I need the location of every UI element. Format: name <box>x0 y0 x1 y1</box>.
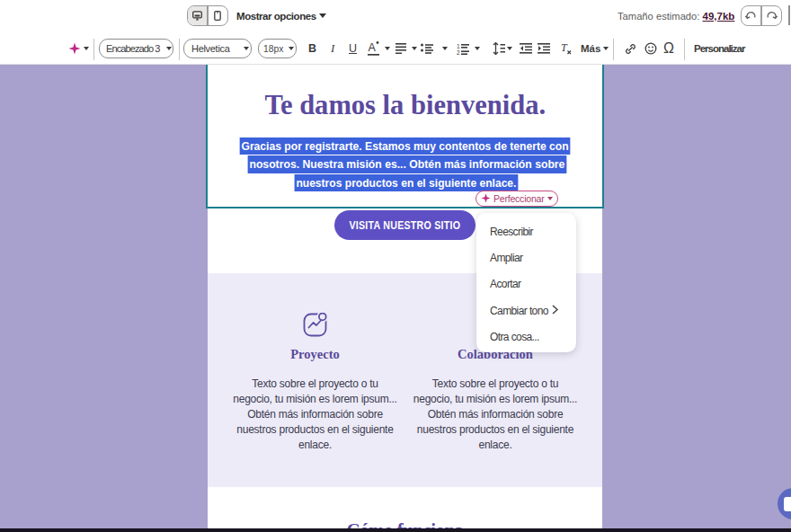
svg-text:A: A <box>369 41 377 54</box>
svg-text:1: 1 <box>457 43 460 49</box>
svg-text:2: 2 <box>457 49 460 55</box>
svg-text:T: T <box>561 42 568 54</box>
